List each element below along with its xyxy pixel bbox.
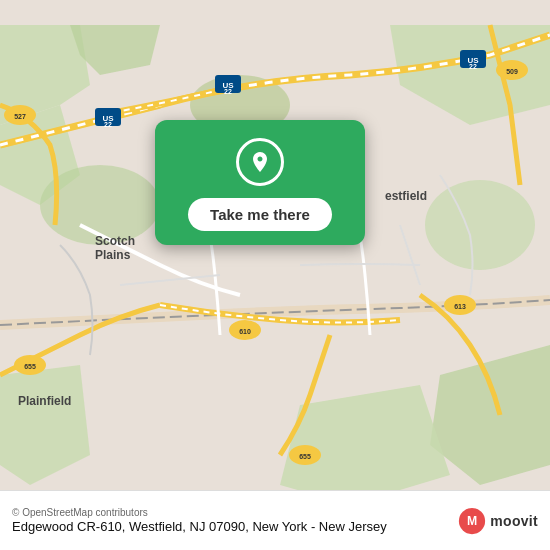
moovit-logo: M moovit [458,507,538,535]
svg-text:655: 655 [299,453,311,460]
svg-text:22: 22 [104,121,112,128]
location-pin-icon [248,150,272,174]
take-me-there-button[interactable]: Take me there [188,198,332,231]
svg-text:22: 22 [224,88,232,95]
svg-text:Plains: Plains [95,248,131,262]
bottom-bar: © OpenStreetMap contributors Edgewood CR… [0,490,550,550]
svg-marker-4 [430,345,550,485]
svg-text:Plainfield: Plainfield [18,394,71,408]
map-container: US US US 527 509 655 610 655 613 Scotch … [0,0,550,550]
map-svg: US US US 527 509 655 610 655 613 Scotch … [0,0,550,550]
svg-text:22: 22 [469,63,477,70]
moovit-brand-text: moovit [490,513,538,529]
address-text: Edgewood CR-610, Westfield, NJ 07090, Ne… [12,518,448,536]
svg-point-9 [425,180,535,270]
location-popup: Take me there [155,120,365,245]
svg-text:610: 610 [239,328,251,335]
svg-text:509: 509 [506,68,518,75]
location-icon-wrapper [236,138,284,186]
svg-text:527: 527 [14,113,26,120]
svg-text:estfield: estfield [385,189,427,203]
svg-marker-6 [0,365,90,485]
svg-text:Scotch: Scotch [95,234,135,248]
moovit-icon: M [458,507,486,535]
svg-text:613: 613 [454,303,466,310]
svg-text:M: M [467,514,477,528]
svg-text:655: 655 [24,363,36,370]
copyright-text: © OpenStreetMap contributors [12,507,448,518]
address-block: © OpenStreetMap contributors Edgewood CR… [12,504,448,536]
